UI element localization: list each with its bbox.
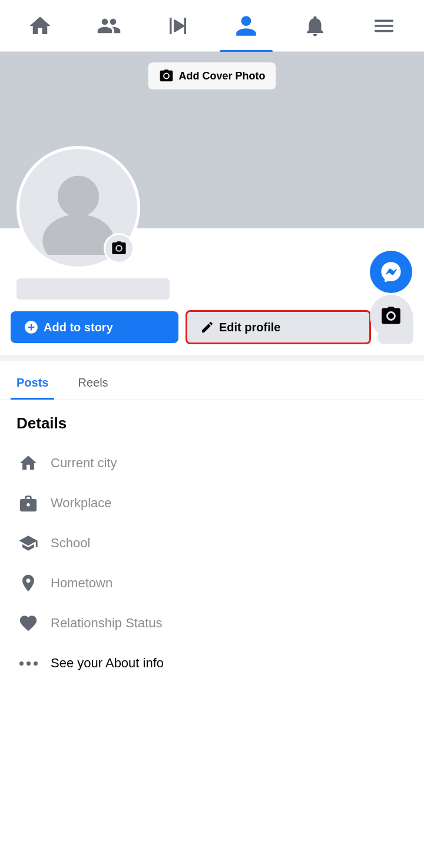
camera-icon bbox=[159, 68, 174, 84]
city-icon bbox=[18, 453, 38, 473]
nav-notifications[interactable] bbox=[289, 8, 342, 44]
profile-info-section bbox=[0, 278, 424, 300]
nav-watch[interactable] bbox=[151, 8, 204, 44]
cover-camera-icon bbox=[380, 305, 402, 327]
location-icon bbox=[18, 573, 38, 593]
add-to-story-button[interactable]: Add to story bbox=[11, 311, 178, 343]
about-info-text: See your About info bbox=[51, 656, 164, 671]
change-profile-photo-button[interactable] bbox=[104, 233, 134, 264]
edit-profile-label: Edit profile bbox=[219, 321, 280, 334]
detail-current-city[interactable]: Current city bbox=[16, 443, 408, 483]
heart-detail-icon bbox=[16, 611, 40, 635]
detail-relationship[interactable]: Relationship Status bbox=[16, 603, 408, 643]
location-detail-icon bbox=[16, 571, 40, 595]
nav-friends[interactable] bbox=[82, 8, 135, 44]
three-dots-icon bbox=[19, 661, 38, 666]
bell-icon bbox=[303, 14, 327, 38]
home-detail-icon bbox=[16, 451, 40, 475]
action-buttons: Add to story Edit profile ··· bbox=[0, 310, 424, 344]
name-placeholder bbox=[16, 278, 170, 300]
school-detail-icon bbox=[16, 531, 40, 555]
home-icon bbox=[28, 14, 52, 38]
relationship-text: Relationship Status bbox=[51, 616, 163, 631]
detail-hometown[interactable]: Hometown bbox=[16, 563, 408, 603]
svg-point-0 bbox=[58, 176, 99, 217]
nav-home[interactable] bbox=[14, 8, 67, 44]
cover-photo-area: Add Cover Photo bbox=[0, 52, 424, 228]
detail-workplace[interactable]: Workplace bbox=[16, 483, 408, 523]
tab-posts[interactable]: Posts bbox=[11, 364, 54, 400]
briefcase-icon bbox=[18, 493, 38, 513]
messenger-icon bbox=[379, 260, 403, 284]
watch-icon bbox=[165, 14, 190, 38]
current-city-text: Current city bbox=[51, 455, 117, 471]
edit-icon bbox=[200, 320, 214, 334]
menu-icon bbox=[372, 14, 396, 38]
details-section: Details Current city Workplace School bbox=[0, 400, 424, 683]
add-cover-label: Add Cover Photo bbox=[179, 70, 266, 82]
edit-profile-button[interactable]: Edit profile bbox=[186, 310, 371, 344]
school-text: School bbox=[51, 536, 90, 551]
add-story-label: Add to story bbox=[44, 321, 113, 334]
profile-icon bbox=[234, 14, 259, 38]
section-divider bbox=[0, 355, 424, 361]
detail-about-info[interactable]: See your About info bbox=[16, 643, 408, 683]
profile-tabs: Posts Reels bbox=[0, 364, 424, 400]
details-title: Details bbox=[16, 414, 408, 433]
detail-school[interactable]: School bbox=[16, 523, 408, 563]
plus-icon bbox=[24, 320, 39, 335]
workplace-text: Workplace bbox=[51, 495, 112, 511]
heart-icon bbox=[18, 613, 38, 633]
add-cover-photo-button[interactable]: Add Cover Photo bbox=[148, 62, 276, 89]
school-icon bbox=[18, 533, 38, 553]
dots-detail-icon bbox=[16, 651, 40, 675]
top-nav bbox=[0, 0, 424, 52]
tab-reels[interactable]: Reels bbox=[72, 364, 114, 400]
cover-camera-button[interactable] bbox=[370, 295, 412, 337]
hometown-text: Hometown bbox=[51, 576, 112, 591]
friends-icon bbox=[97, 14, 121, 38]
camera-edit-icon bbox=[111, 240, 127, 257]
briefcase-detail-icon bbox=[16, 491, 40, 515]
nav-menu[interactable] bbox=[357, 8, 410, 44]
nav-profile[interactable] bbox=[220, 8, 273, 44]
profile-picture-wrapper bbox=[16, 146, 140, 270]
messenger-button[interactable] bbox=[370, 251, 412, 293]
